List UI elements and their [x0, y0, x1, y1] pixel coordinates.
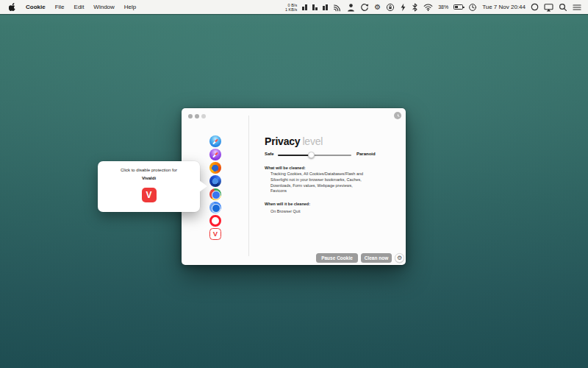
when-cleaned-heading: When will it be cleaned:	[265, 202, 310, 206]
bluetooth-icon[interactable]	[412, 3, 418, 12]
battery-icon[interactable]	[453, 4, 463, 10]
menu-bar-clock[interactable]: Tue 7 Nov 20:44	[482, 4, 526, 10]
menu-edit[interactable]: Edit	[74, 4, 85, 10]
slider-track-left[interactable]	[278, 155, 312, 156]
user-icon[interactable]	[347, 3, 355, 12]
window-close-button[interactable]	[188, 114, 193, 118]
apple-menu[interactable]	[9, 2, 16, 13]
menu-bar: Cookie File Edit Window Help 0 B/s 1 KB/…	[0, 0, 588, 14]
sidebar-browser-safari-icon[interactable]	[209, 135, 221, 147]
lock-icon[interactable]	[386, 3, 395, 12]
sidebar-browser-chromium-icon[interactable]	[209, 202, 221, 213]
net-down-label: 1 KB/s	[285, 7, 297, 12]
sidebar-browser-opera-icon[interactable]	[209, 215, 221, 227]
menu-window[interactable]: Window	[93, 4, 114, 10]
clean-now-button[interactable]: Clean now	[361, 253, 392, 263]
menu-file[interactable]: File	[55, 4, 65, 10]
window-controls	[188, 114, 206, 118]
disk-graph-icon[interactable]	[323, 4, 328, 10]
apple-icon	[9, 2, 16, 11]
memory-graph-icon[interactable]	[312, 4, 318, 10]
slider-label-safe: Safe	[265, 152, 274, 156]
bolt-icon[interactable]	[400, 3, 406, 12]
cookie-app-window: Privacylevel Safe Paranoid What will be …	[182, 108, 406, 265]
sidebar-browser-firefox-nightly-icon[interactable]	[209, 175, 221, 187]
sidebar-divider	[248, 116, 249, 256]
cpu-graph-icon[interactable]	[302, 4, 307, 10]
what-cleaned-body: Tracking Cookies, All Cookies/Databases/…	[270, 171, 363, 194]
sidebar-browser-safari-tech-preview-icon[interactable]	[209, 149, 221, 160]
tooltip-text: Click to disable protection for	[98, 168, 200, 172]
sidebar-browser-chrome-icon[interactable]	[209, 188, 221, 200]
desktop: Cookie File Edit Window Help 0 B/s 1 KB/…	[0, 0, 588, 368]
menu-help[interactable]: Help	[124, 4, 136, 10]
search-icon[interactable]	[559, 3, 567, 12]
window-zoom-button[interactable]	[201, 114, 206, 118]
title-privacy: Privacy	[265, 135, 300, 147]
page-title: Privacylevel	[265, 136, 323, 147]
menu-app-cookie[interactable]: Cookie	[26, 4, 46, 10]
when-cleaned-value: On Browser Quit	[270, 209, 301, 215]
wifi-icon[interactable]	[423, 3, 433, 11]
time-machine-icon[interactable]	[468, 3, 477, 12]
settings-gear-button[interactable]: ⚙	[395, 253, 404, 263]
sidebar-browser-firefox-icon[interactable]	[209, 162, 221, 174]
sync-icon[interactable]	[360, 3, 369, 12]
list-icon[interactable]	[573, 3, 581, 12]
signal-fan-icon[interactable]	[333, 3, 342, 12]
pause-cookie-button[interactable]: Pause Cookie	[316, 253, 358, 263]
timer-button[interactable]	[394, 112, 401, 119]
sidebar-browser-vivaldi-icon[interactable]	[209, 228, 221, 240]
window-minimize-button[interactable]	[195, 114, 199, 118]
slider-label-paranoid: Paranoid	[356, 152, 376, 156]
vivaldi-icon	[142, 188, 157, 202]
ring-icon[interactable]	[531, 3, 539, 11]
tooltip-browser-name: Vivaldi	[98, 176, 200, 180]
network-throughput[interactable]: 0 B/s 1 KB/s	[285, 3, 297, 12]
compass-needle-icon	[212, 138, 218, 144]
gear-icon[interactable]: ⚙	[374, 4, 381, 11]
clock-hands-icon	[395, 113, 401, 118]
battery-percentage[interactable]: 38%	[438, 4, 448, 10]
what-cleaned-heading: What will be cleaned:	[265, 166, 306, 170]
title-level: level	[302, 135, 323, 147]
privacy-slider-thumb[interactable]	[308, 152, 315, 158]
airplay-display-icon[interactable]	[544, 3, 553, 12]
compass-needle-icon	[212, 152, 218, 158]
protection-tooltip: Click to disable protection for Vivaldi	[98, 161, 200, 212]
slider-track-right[interactable]	[312, 155, 351, 156]
